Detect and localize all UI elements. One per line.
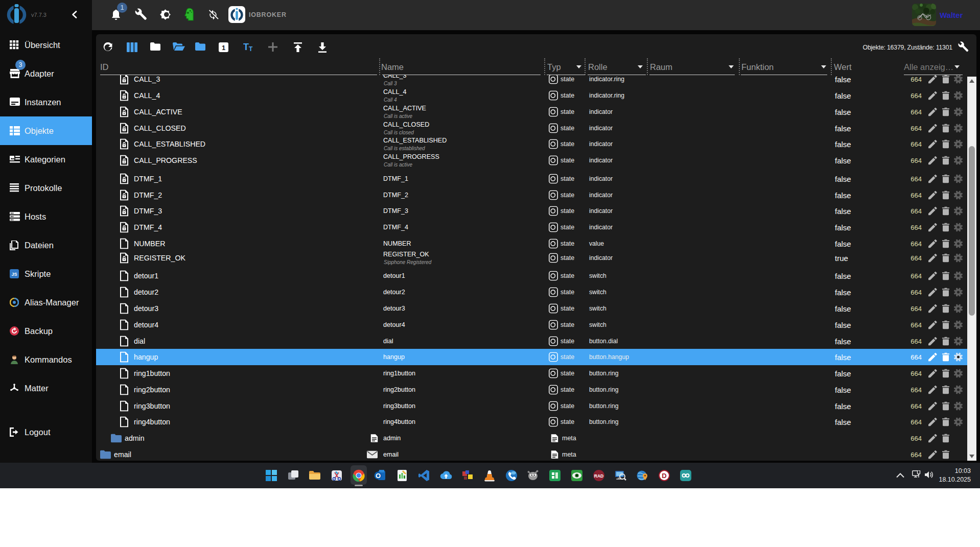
- svg-text:T: T: [243, 42, 249, 52]
- svg-text:T: T: [249, 45, 253, 52]
- svg-text:O: O: [376, 472, 381, 480]
- svg-text:1: 1: [222, 44, 225, 52]
- svg-text:RAD: RAD: [594, 473, 603, 479]
- svg-text:JS: JS: [11, 272, 17, 277]
- svg-text:D: D: [662, 472, 666, 480]
